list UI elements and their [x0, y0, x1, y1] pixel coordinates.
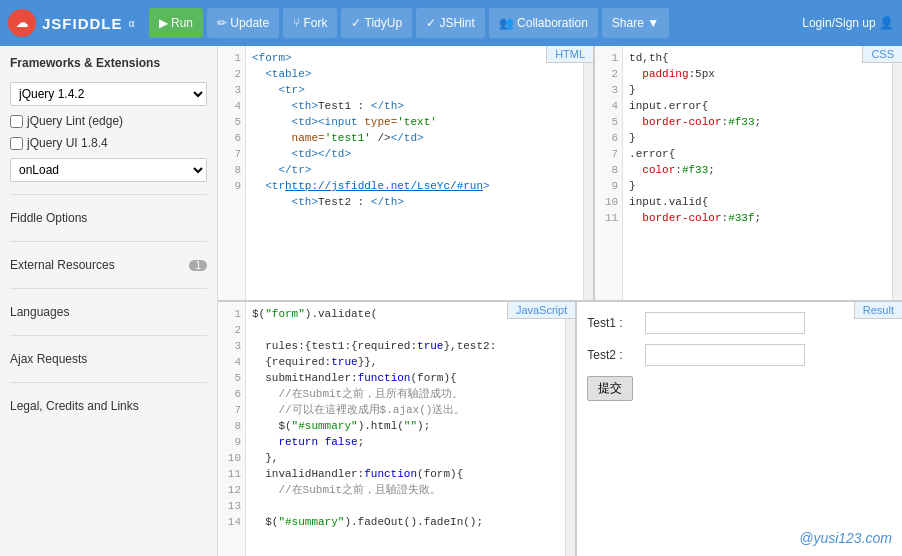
submit-row: 提交: [587, 376, 892, 401]
jshint-button[interactable]: ✓ JSHint: [416, 8, 485, 38]
brand-subtitle: α: [129, 18, 135, 29]
jquery-ui-label: jQuery UI 1.8.4: [27, 136, 108, 150]
js-tab[interactable]: JavaScript: [507, 302, 575, 319]
sidebar-divider-1: [10, 194, 207, 195]
js-code-content: 1234567891011121314 $("form").validate( …: [218, 302, 575, 556]
result-tab[interactable]: Result: [854, 302, 902, 319]
js-line-14: $("#summary").fadeOut().fadeIn();: [252, 514, 559, 530]
css-line-3: }: [629, 82, 886, 98]
external-resources-label: External Resources: [10, 258, 115, 272]
html-line-8: </tr>: [252, 162, 577, 178]
html-line-3: <tr>: [252, 82, 577, 98]
external-resources-badge: 1: [189, 260, 207, 271]
sidebar-divider-5: [10, 382, 207, 383]
sidebar-item-ajax-requests[interactable]: Ajax Requests: [10, 348, 207, 370]
sidebar-item-fiddle-options[interactable]: Fiddle Options: [10, 207, 207, 229]
html-scrollbar[interactable]: [583, 46, 593, 300]
main-layout: Frameworks & Extensions jQuery 1.4.2 jQu…: [0, 46, 902, 556]
js-line-2: [252, 322, 559, 338]
css-line-9: }: [629, 178, 886, 194]
css-tab[interactable]: CSS: [862, 46, 902, 63]
frameworks-title: Frameworks & Extensions: [10, 56, 207, 70]
html-code-lines[interactable]: <form> <table> <tr> <th>Test1 : </th> <t…: [246, 46, 583, 300]
run-button[interactable]: ▶ Run: [149, 8, 203, 38]
share-button[interactable]: Share ▼: [602, 8, 669, 38]
html-line-4: <th>Test1 : </th>: [252, 98, 577, 114]
test1-input[interactable]: [645, 312, 805, 334]
css-line-6: }: [629, 130, 886, 146]
js-line-4: {required:true}},: [252, 354, 559, 370]
js-line-numbers: 1234567891011121314: [218, 302, 246, 556]
js-line-12: //在Submit之前，且驗證失敗。: [252, 482, 559, 498]
jquery-lint-row: jQuery Lint (edge): [10, 114, 207, 128]
css-line-numbers: 1234567891011: [595, 46, 623, 300]
test1-row: Test1 :: [587, 312, 892, 334]
css-line-1: td,th{: [629, 50, 886, 66]
js-line-8: $("#summary").html("");: [252, 418, 559, 434]
fiddle-options-label: Fiddle Options: [10, 211, 87, 225]
html-line-2: <table>: [252, 66, 577, 82]
ajax-requests-label: Ajax Requests: [10, 352, 87, 366]
css-scrollbar[interactable]: [892, 46, 902, 300]
html-line-1: <form>: [252, 50, 577, 66]
html-tab[interactable]: HTML: [546, 46, 593, 63]
sidebar: Frameworks & Extensions jQuery 1.4.2 jQu…: [0, 46, 218, 556]
css-line-5: border-color:#f33;: [629, 114, 886, 130]
sidebar-divider-4: [10, 335, 207, 336]
js-scrollbar[interactable]: [565, 302, 575, 556]
sidebar-divider-2: [10, 241, 207, 242]
brand-logo: ☁: [8, 9, 36, 37]
css-line-2: padding:5px: [629, 66, 886, 82]
onload-select[interactable]: onLoad onDomReady No wrap - in <head> No…: [10, 158, 207, 182]
result-panel: Result Test1 : Test2 : 提交 @yusi123.com: [577, 302, 902, 556]
html-line-10: <th>Test2 : </th>: [252, 194, 577, 210]
jquery-ui-row: jQuery UI 1.8.4: [10, 136, 207, 150]
js-line-11: invalidHandler:function(form){: [252, 466, 559, 482]
navbar: ☁ JSFIDDLE α ▶ Run ✏ Update ⑂ Fork ✓ Tid…: [0, 0, 902, 46]
languages-label: Languages: [10, 305, 69, 319]
result-content: Test1 : Test2 : 提交: [577, 302, 902, 556]
html-line-7: <td></td>: [252, 146, 577, 162]
js-line-7: //可以在這裡改成用$.ajax()送出。: [252, 402, 559, 418]
submit-button[interactable]: 提交: [587, 376, 633, 401]
jquery-select[interactable]: jQuery 1.4.2 jQuery 1.6.4 jQuery 1.7.2 j…: [10, 82, 207, 106]
legal-label: Legal, Credits and Links: [10, 399, 139, 413]
login-button[interactable]: Login/Sign up 👤: [802, 16, 894, 30]
css-line-4: input.error{: [629, 98, 886, 114]
css-line-11: border-color:#33f;: [629, 210, 886, 226]
sidebar-divider-3: [10, 288, 207, 289]
test1-label: Test1 :: [587, 316, 637, 330]
sidebar-item-external-resources[interactable]: External Resources 1: [10, 254, 207, 276]
panels-bottom: JavaScript 1234567891011121314 $("form")…: [218, 302, 902, 556]
sidebar-item-legal[interactable]: Legal, Credits and Links: [10, 395, 207, 417]
test2-row: Test2 :: [587, 344, 892, 366]
jquery-lint-checkbox[interactable]: [10, 115, 23, 128]
css-code-lines[interactable]: td,th{ padding:5px } input.error{ border…: [623, 46, 892, 300]
jquery-lint-label: jQuery Lint (edge): [27, 114, 123, 128]
js-code-lines[interactable]: $("form").validate( rules:{test1:{requir…: [246, 302, 565, 556]
update-button[interactable]: ✏ Update: [207, 8, 279, 38]
js-line-13: [252, 498, 559, 514]
panels-top: HTML 123456789 <form> <table> <tr> <th>T…: [218, 46, 902, 302]
fork-button[interactable]: ⑂ Fork: [283, 8, 337, 38]
collaboration-button[interactable]: 👥 Collaboration: [489, 8, 598, 38]
jquery-ui-checkbox[interactable]: [10, 137, 23, 150]
html-line-numbers: 123456789: [218, 46, 246, 300]
js-line-9: return false;: [252, 434, 559, 450]
brand: ☁ JSFIDDLE α: [8, 9, 135, 37]
html-line-6: name='test1' /></td>: [252, 130, 577, 146]
result-watermark: @yusi123.com: [799, 530, 892, 546]
css-code-content: 1234567891011 td,th{ padding:5px } input…: [595, 46, 902, 300]
js-panel: JavaScript 1234567891011121314 $("form")…: [218, 302, 577, 556]
sidebar-item-languages[interactable]: Languages: [10, 301, 207, 323]
css-panel: CSS 1234567891011 td,th{ padding:5px } i…: [595, 46, 902, 300]
css-line-7: .error{: [629, 146, 886, 162]
js-line-6: //在Submit之前，且所有驗證成功。: [252, 386, 559, 402]
test2-input[interactable]: [645, 344, 805, 366]
js-line-3: rules:{test1:{required:true},test2:: [252, 338, 559, 354]
js-line-5: submitHandler:function(form){: [252, 370, 559, 386]
html-code-content: 123456789 <form> <table> <tr> <th>Test1 …: [218, 46, 593, 300]
tidyup-button[interactable]: ✓ TidyUp: [341, 8, 412, 38]
html-line-5: <td><input type='text': [252, 114, 577, 130]
test2-label: Test2 :: [587, 348, 637, 362]
